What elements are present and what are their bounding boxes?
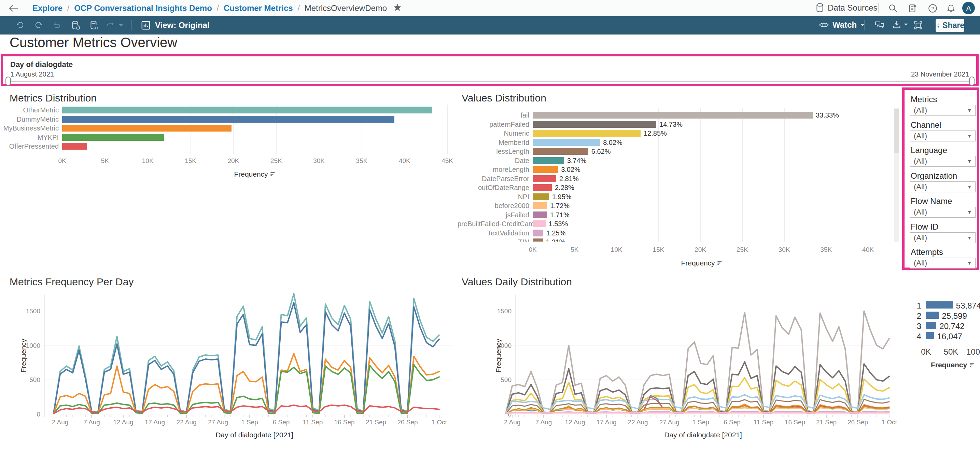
comments-icon[interactable]: [873, 20, 885, 31]
help-icon[interactable]: ?: [927, 2, 938, 14]
sort-icon[interactable]: [969, 362, 975, 367]
download-button[interactable]: [892, 20, 908, 29]
gridline: [826, 108, 826, 242]
x-axis-tick: 50K: [939, 347, 963, 357]
gridline: [742, 108, 743, 242]
avatar[interactable]: A: [962, 2, 975, 14]
breadcrumb-workbook[interactable]: Customer Metrics: [224, 3, 293, 13]
filter-dropdown-attempts[interactable]: (All)▼: [910, 258, 975, 269]
svg-text:1000: 1000: [26, 342, 40, 349]
fullscreen-icon[interactable]: [912, 20, 924, 31]
filter-label-flow-id: Flow ID: [911, 222, 938, 232]
gridline: [700, 108, 701, 242]
search-icon[interactable]: [887, 2, 899, 14]
svg-text:27 Aug: 27 Aug: [659, 419, 679, 426]
svg-text:7 Aug: 7 Aug: [535, 419, 552, 426]
data-sources-link[interactable]: Data Sources: [815, 3, 877, 13]
svg-text:2 Aug: 2 Aug: [504, 419, 521, 426]
svg-text:1500: 1500: [497, 308, 512, 315]
date-filter-end: 23 November 2021: [911, 70, 969, 78]
bar-value-label: 20,742: [939, 322, 964, 331]
values-scrollbar-thumb[interactable]: [894, 108, 899, 153]
toolbar-divider: [864, 20, 865, 30]
x-axis-tick: 5K: [93, 157, 117, 165]
svg-text:7 Aug: 7 Aug: [83, 419, 100, 426]
bar-category-label: MyBusinessMetric: [0, 124, 59, 132]
date-filter-start: 1 August 2021: [10, 70, 54, 78]
metrics-frequency-panel: Metrics Frequency Per Day 0500100015002 …: [0, 270, 458, 451]
bar-value-label: 1.25%: [546, 229, 566, 237]
bar-TIN: [533, 239, 543, 242]
favorites-list-icon[interactable]: [907, 2, 918, 14]
chevron-down-icon: ▼: [967, 108, 972, 113]
filter-dropdown-language[interactable]: (All)▼: [910, 156, 975, 167]
bar-category-label: 3: [902, 322, 921, 331]
pause-updates-icon[interactable]: [88, 20, 100, 31]
x-axis-tick: 35K: [814, 246, 838, 253]
filter-dropdown-organization[interactable]: (All)▼: [910, 182, 975, 192]
svg-text:26 Sep: 26 Sep: [848, 419, 868, 426]
breadcrumb-project[interactable]: OCP Conversational Insights Demo: [74, 3, 212, 13]
view-original-button[interactable]: View: Original: [141, 20, 210, 30]
favorite-star-icon[interactable]: [393, 3, 402, 13]
breadcrumb-explore[interactable]: Explore: [32, 3, 62, 13]
bar-value-label: 3.02%: [561, 166, 581, 174]
run-flow-caret-icon[interactable]: [118, 20, 124, 31]
svg-text:Day of dialogdate [2021]: Day of dialogdate [2021]: [664, 431, 742, 439]
bar-category-label: outOfDateRange: [458, 184, 529, 192]
bar-category-label: MemberId: [458, 139, 529, 147]
filters-panel: Metrics (All)▼ Channel (All)▼ Language (…: [902, 88, 979, 270]
svg-text:11 Sep: 11 Sep: [303, 419, 323, 426]
bar-1: [926, 301, 953, 309]
view-toolbar: View: Original Watch Share: [0, 16, 980, 35]
undo-icon[interactable]: [14, 20, 26, 31]
values-daily-panel: Values Daily Distribution 0500100015002 …: [458, 270, 902, 451]
filter-dropdown-flow-id[interactable]: (All)▼: [910, 232, 975, 243]
revert-icon[interactable]: [51, 20, 63, 31]
run-flow-icon[interactable]: [105, 20, 116, 31]
filter-dropdown-flow-name[interactable]: (All)▼: [910, 207, 975, 218]
chevron-down-icon: ▼: [967, 133, 972, 139]
bar-TextValidation: [533, 229, 543, 236]
filter-label-language: Language: [911, 145, 947, 155]
date-range-slider-handle-right[interactable]: [969, 76, 975, 86]
bar-value-label: 53,874: [956, 301, 980, 311]
date-range-slider-track[interactable]: [8, 81, 972, 82]
attempts-panel: 0K50K100K153,874225,599320,742416,047Fre…: [902, 270, 980, 379]
share-button[interactable]: Share: [935, 19, 964, 32]
svg-text:1 Oct: 1 Oct: [881, 419, 897, 426]
svg-text:6 Sep: 6 Sep: [273, 419, 290, 426]
bar-patternFailed: [533, 121, 656, 128]
gridline: [447, 105, 448, 154]
filter-label-channel: Channel: [911, 120, 941, 130]
bar-value-label: 2.81%: [559, 175, 579, 183]
svg-text:17 Aug: 17 Aug: [596, 419, 616, 426]
bar-lessLength: [533, 148, 588, 155]
bar-value-label: 1.72%: [550, 202, 570, 210]
eye-icon: [819, 21, 829, 29]
svg-text:16 Sep: 16 Sep: [785, 419, 805, 426]
date-range-slider-handle-left[interactable]: [5, 76, 11, 86]
svg-text:Frequency: Frequency: [495, 339, 502, 373]
svg-text:27 Aug: 27 Aug: [208, 419, 228, 426]
watch-button[interactable]: Watch: [819, 20, 865, 30]
bar-category-label: 4: [902, 332, 921, 341]
metrics-frequency-line-chart: 0500100015002 Aug7 Aug12 Aug17 Aug22 Aug…: [0, 270, 458, 451]
svg-text:?: ?: [931, 5, 934, 11]
values-distribution-panel: Values Distribution fail33.33%patternFai…: [458, 86, 902, 270]
refresh-data-icon[interactable]: [70, 20, 81, 31]
bar-category-label: DummyMetric: [0, 115, 59, 123]
filter-dropdown-channel[interactable]: (All)▼: [910, 131, 975, 142]
filter-dropdown-metrics[interactable]: (All)▼: [910, 105, 975, 116]
x-axis-tick: 30K: [772, 246, 796, 253]
back-arrow-icon[interactable]: [8, 2, 19, 14]
notifications-bell-icon[interactable]: [945, 2, 957, 14]
svg-text:0: 0: [37, 411, 40, 418]
bar-category-label: 2: [902, 311, 921, 321]
bar-Date: [533, 157, 564, 164]
redo-icon[interactable]: [33, 20, 45, 31]
chevron-down-icon: [904, 23, 908, 26]
bar-category-label: lessLength: [458, 148, 529, 155]
sort-icon[interactable]: [717, 261, 722, 266]
sort-icon[interactable]: [270, 172, 275, 177]
